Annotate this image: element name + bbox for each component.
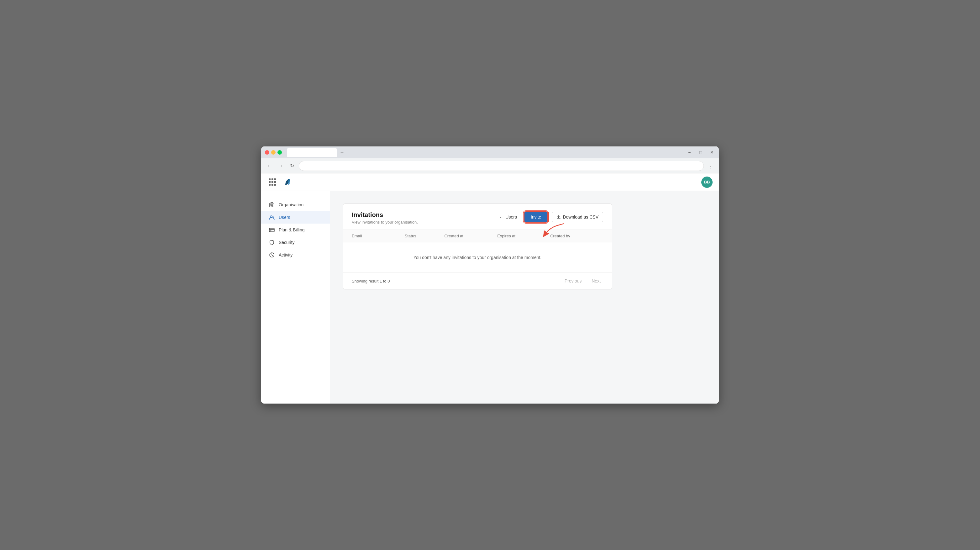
- card-subtitle: View invitations to your organisation.: [352, 220, 418, 225]
- grid-dot: [274, 181, 276, 183]
- grid-dot: [269, 179, 270, 180]
- browser-toolbar: ← → ↻ ⋮: [261, 158, 719, 174]
- table-header: Email Status Created at Expires at Creat…: [343, 230, 612, 242]
- col-email: Email: [352, 234, 405, 238]
- card-title: Invitations: [352, 211, 418, 218]
- arrow-left-icon: ←: [499, 215, 503, 220]
- col-expires-at: Expires at: [497, 234, 550, 238]
- sidebar-label-organisation: Organisation: [279, 202, 304, 207]
- col-created-by: Created by: [550, 234, 603, 238]
- sidebar-label-activity: Activity: [279, 252, 293, 257]
- col-created-at: Created at: [444, 234, 497, 238]
- apps-grid-icon[interactable]: [267, 177, 277, 187]
- card-header: Invitations View invitations to your org…: [343, 204, 612, 230]
- grid-dot: [269, 184, 270, 186]
- shield-icon: [269, 239, 275, 246]
- svg-point-4: [270, 216, 272, 218]
- window-controls: [265, 150, 282, 155]
- col-status: Status: [405, 234, 445, 238]
- download-csv-button[interactable]: Download as CSV: [552, 212, 603, 222]
- grid-dot: [274, 184, 276, 186]
- card-title-block: Invitations View invitations to your org…: [352, 211, 418, 225]
- svg-rect-3: [271, 206, 272, 207]
- next-button[interactable]: Next: [589, 277, 603, 285]
- card-actions: ← Users Invite: [496, 211, 603, 223]
- invitations-card: Invitations View invitations to your org…: [343, 204, 612, 289]
- sidebar-item-activity[interactable]: Activity: [261, 249, 330, 261]
- grid-dot: [272, 179, 274, 180]
- app-header: BB: [261, 174, 719, 191]
- svg-point-5: [272, 216, 274, 218]
- reload-button[interactable]: ↻: [288, 161, 296, 170]
- browser-window: + − □ ✕ ← → ↻ ⋮: [261, 147, 719, 403]
- card-icon: [269, 227, 275, 233]
- maximize-button[interactable]: [277, 150, 282, 155]
- new-tab-button[interactable]: +: [338, 148, 346, 156]
- browser-tab[interactable]: [287, 148, 337, 157]
- win-restore-button[interactable]: □: [698, 149, 704, 156]
- app-logo: [282, 177, 294, 188]
- users-back-button[interactable]: ← Users: [496, 213, 520, 222]
- download-icon: [557, 215, 561, 219]
- users-icon: [269, 214, 275, 220]
- sidebar-item-organisation[interactable]: Organisation: [261, 198, 330, 211]
- browser-titlebar: + − □ ✕: [261, 147, 719, 158]
- invite-button[interactable]: Invite: [524, 211, 548, 223]
- sidebar: Organisation Users: [261, 191, 330, 403]
- sidebar-label-security: Security: [279, 240, 295, 245]
- avatar[interactable]: BB: [701, 177, 713, 188]
- grid-dot: [274, 179, 276, 180]
- pagination: Previous Next: [562, 277, 603, 285]
- showing-result: Showing result 1 to 0: [352, 279, 390, 284]
- minimize-button[interactable]: [271, 150, 275, 155]
- svg-rect-2: [272, 204, 273, 206]
- grid-dot: [272, 184, 274, 186]
- forward-button[interactable]: →: [276, 161, 285, 170]
- sidebar-label-users: Users: [279, 215, 290, 220]
- back-button[interactable]: ←: [265, 161, 274, 170]
- main-content: Invitations View invitations to your org…: [330, 191, 719, 403]
- close-button[interactable]: [265, 150, 269, 155]
- svg-rect-1: [270, 204, 272, 206]
- building-icon: [269, 202, 275, 208]
- win-close-button[interactable]: ✕: [709, 149, 715, 156]
- users-back-label: Users: [505, 215, 517, 220]
- browser-menu-button[interactable]: ⋮: [706, 161, 715, 170]
- table-empty-message: You don't have any invitations to your o…: [343, 242, 612, 273]
- sidebar-item-users[interactable]: Users: [261, 211, 330, 223]
- sidebar-item-plan-billing[interactable]: Plan & Billing: [261, 223, 330, 236]
- tab-bar: +: [287, 148, 684, 157]
- grid-dot: [272, 181, 274, 183]
- previous-button[interactable]: Previous: [562, 277, 584, 285]
- win-minimize-button[interactable]: −: [686, 149, 692, 156]
- download-csv-label: Download as CSV: [563, 215, 598, 220]
- sidebar-item-security[interactable]: Security: [261, 236, 330, 249]
- table-footer: Showing result 1 to 0 Previous Next: [343, 273, 612, 289]
- clock-icon: [269, 252, 275, 258]
- address-bar[interactable]: [299, 161, 704, 171]
- win-controls-right: − □ ✕: [686, 149, 715, 156]
- grid-dot: [269, 181, 270, 183]
- app-body: Organisation Users: [261, 191, 719, 403]
- sidebar-label-plan-billing: Plan & Billing: [279, 227, 305, 232]
- svg-rect-7: [270, 231, 271, 231]
- svg-rect-0: [270, 203, 274, 207]
